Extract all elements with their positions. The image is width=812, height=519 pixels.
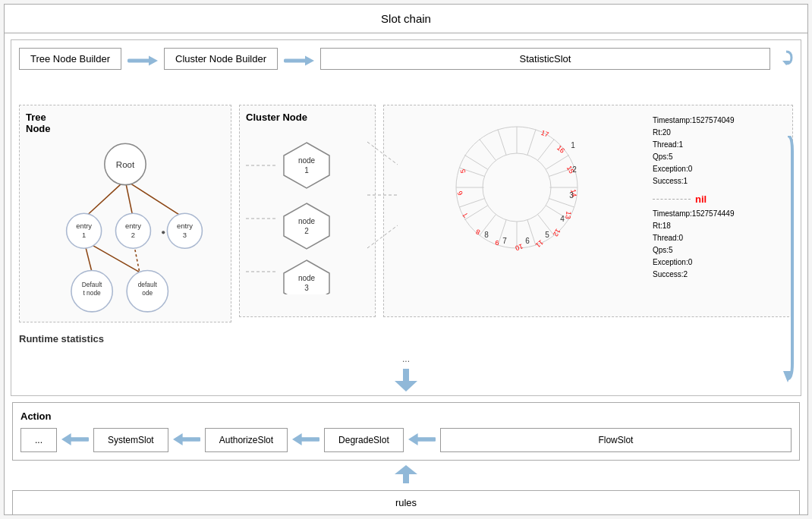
slot-dots-label: ... — [35, 435, 42, 445]
arrow-left-3 — [292, 432, 319, 448]
stat1-timestamp: Timestamp:1527574049 — [653, 115, 783, 127]
svg-rect-93 — [403, 369, 409, 382]
arrow-tree-to-cluster — [127, 53, 158, 68]
svg-text:default: default — [138, 282, 158, 289]
outer-container: Slot chain Tree Node Builder — [4, 4, 808, 515]
statistic-slot-label: StatisticSlot — [520, 53, 571, 64]
svg-marker-40 — [284, 203, 329, 249]
tree-node-panel-label: TreeNode — [26, 112, 225, 134]
svg-line-69 — [464, 155, 487, 169]
stat1-thread: Thread:1 — [653, 139, 783, 151]
statistic-slot-box: StatisticSlot — [320, 48, 770, 70]
stat2-rt: Rt:18 — [653, 220, 783, 232]
svg-rect-102 — [415, 437, 436, 441]
svg-rect-2 — [284, 59, 307, 63]
svg-text:entry: entry — [125, 222, 141, 230]
svg-text:4: 4 — [560, 215, 565, 223]
svg-text:9: 9 — [495, 239, 499, 247]
slot-system[interactable]: SystemSlot — [93, 428, 168, 452]
svg-rect-0 — [127, 59, 150, 63]
svg-text:3: 3 — [569, 191, 574, 200]
svg-line-5 — [84, 180, 125, 218]
svg-line-52 — [538, 140, 555, 161]
stat2-exception: Exception:0 — [653, 256, 783, 269]
svg-text:3: 3 — [304, 284, 309, 292]
dashed-line-nil — [653, 199, 691, 200]
svg-text:6: 6 — [525, 237, 530, 245]
svg-text:6: 6 — [456, 190, 464, 197]
svg-point-33 — [162, 231, 165, 234]
svg-line-70 — [498, 130, 506, 155]
svg-text:10: 10 — [515, 242, 524, 252]
svg-marker-94 — [395, 381, 417, 392]
svg-text:entry: entry — [177, 222, 193, 230]
svg-rect-96 — [68, 437, 89, 441]
svg-text:7: 7 — [502, 237, 507, 245]
svg-rect-98 — [180, 437, 200, 441]
svg-text:2: 2 — [572, 165, 577, 174]
stat2-success: Success:2 — [653, 269, 783, 281]
stat1-qps: Qps:5 — [653, 151, 783, 163]
svg-text:ode: ode — [142, 289, 153, 297]
svg-text:3: 3 — [183, 231, 187, 239]
svg-text:Default: Default — [82, 282, 102, 289]
wheel-area: 17 16 15 14 13 12 11 10 9 8 7 — [390, 112, 644, 310]
slot-chain-title: Slot chain — [5, 5, 807, 33]
svg-marker-3 — [305, 56, 314, 66]
svg-line-54 — [549, 199, 574, 207]
svg-text:5: 5 — [459, 168, 467, 174]
svg-text:8: 8 — [484, 231, 489, 239]
rules-label: rules — [395, 497, 417, 508]
svg-text:5: 5 — [545, 231, 549, 239]
runtime-label: Runtime statistics — [11, 327, 801, 351]
svg-text:17: 17 — [540, 129, 550, 139]
svg-text:11: 11 — [534, 238, 545, 249]
wheel-svg: 17 16 15 14 13 12 11 10 9 8 7 — [441, 112, 593, 263]
svg-text:1: 1 — [304, 166, 309, 175]
cluster-svg: node 1 node 2 node 3 — [246, 127, 367, 294]
top-section: Tree Node Builder Cluster Node Builder — [11, 39, 801, 396]
svg-text:2: 2 — [304, 227, 309, 235]
svg-text:node: node — [298, 274, 316, 282]
stat2-timestamp: Timestamp:1527574449 — [653, 208, 783, 220]
svg-text:Root: Root — [116, 160, 135, 169]
svg-marker-1 — [149, 56, 158, 66]
cluster-node-builder-label: Cluster Node Builder — [175, 53, 266, 64]
tree-node-builder-label: Tree Node Builder — [30, 53, 110, 64]
right-side-arrow — [782, 136, 794, 394]
arrow-up-from-rules — [5, 464, 807, 487]
slot-degrade[interactable]: DegradeSlot — [324, 428, 404, 452]
svg-text:entry: entry — [76, 222, 92, 230]
svg-text:13: 13 — [564, 211, 573, 220]
action-slots-row: ... SystemSlot A — [20, 428, 792, 452]
stats-panel: Timestamp:1527574049 Rt:20 Thread:1 Qps:… — [650, 112, 786, 310]
slot-dots[interactable]: ... — [20, 428, 57, 452]
arrow-left-1 — [61, 432, 89, 448]
rules-footer: rules — [12, 490, 800, 515]
nil-row: nil — [653, 193, 783, 205]
dashed-connections — [367, 119, 398, 271]
stats-block-2: Timestamp:1527574449 Rt:18 Thread:0 Qps:… — [653, 208, 783, 281]
svg-rect-104 — [403, 473, 409, 483]
arrow-down-to-action — [11, 367, 801, 395]
right-curve-icon — [779, 50, 793, 68]
svg-marker-37 — [284, 143, 329, 188]
arrow-left-4 — [408, 432, 436, 448]
arrow-left-2 — [173, 432, 200, 448]
stat1-exception: Exception:0 — [653, 163, 783, 175]
svg-rect-100 — [299, 437, 319, 441]
stat2-thread: Thread:0 — [653, 232, 783, 244]
slot-flow[interactable]: FlowSlot — [440, 428, 792, 452]
action-section: Action ... SystemSlot — [12, 402, 800, 461]
cluster-node-builder-box: Cluster Node Builder — [164, 48, 278, 70]
svg-point-50 — [483, 153, 551, 222]
svg-line-58 — [459, 199, 484, 207]
builders-row: Tree Node Builder Cluster Node Builder — [11, 40, 801, 70]
tree-node-panel: TreeNode — [19, 105, 231, 322]
svg-line-60 — [480, 140, 496, 161]
nil-text: nil — [695, 193, 707, 205]
stat1-success: Success:1 — [653, 175, 783, 187]
svg-line-62 — [546, 155, 569, 169]
slot-authorize[interactable]: AuthorizeSlot — [205, 428, 288, 452]
svg-text:node: node — [298, 156, 316, 165]
